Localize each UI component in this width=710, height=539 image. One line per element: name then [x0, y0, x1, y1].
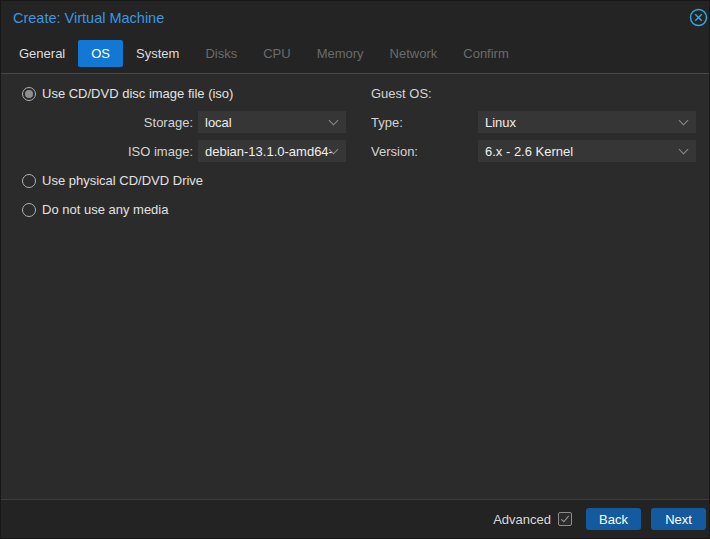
- iso-image-label: ISO image:: [11, 144, 193, 159]
- guest-os-heading: Guest OS:: [371, 86, 701, 101]
- tab-memory: Memory: [304, 40, 377, 67]
- back-button[interactable]: Back: [586, 508, 641, 530]
- advanced-checkbox[interactable]: [558, 512, 572, 526]
- os-type-select[interactable]: Linux: [478, 111, 696, 133]
- tab-cpu: CPU: [250, 40, 303, 67]
- os-type-value: Linux: [485, 115, 516, 130]
- tab-os[interactable]: OS: [78, 40, 123, 67]
- tab-network: Network: [377, 40, 451, 67]
- storage-label: Storage:: [11, 115, 193, 130]
- radio-use-physical-label: Use physical CD/DVD Drive: [42, 173, 203, 188]
- tab-general[interactable]: General: [6, 40, 78, 67]
- advanced-label: Advanced: [493, 512, 551, 527]
- tab-bar: General OS System Disks CPU Memory Netwo…: [1, 34, 709, 74]
- iso-image-value: debian-13.1.0-amd64-: [205, 144, 333, 159]
- dialog-title: Create: Virtual Machine: [13, 10, 164, 26]
- storage-select[interactable]: local: [198, 111, 346, 133]
- dialog-content: Use CD/DVD disc image file (iso) Storage…: [1, 74, 709, 499]
- os-version-label: Version:: [371, 144, 473, 159]
- tab-disks: Disks: [192, 40, 250, 67]
- iso-image-select[interactable]: debian-13.1.0-amd64-: [198, 140, 346, 162]
- tab-system[interactable]: System: [123, 40, 192, 67]
- checkmark-icon: [561, 514, 569, 523]
- radio-no-media[interactable]: Do not use any media: [11, 202, 356, 217]
- storage-field-row: Storage: local: [11, 111, 356, 133]
- storage-value: local: [205, 115, 232, 130]
- chevron-down-icon: [679, 145, 689, 155]
- chevron-down-icon: [329, 116, 339, 126]
- chevron-down-icon: [679, 116, 689, 126]
- radio-no-media-label: Do not use any media: [42, 202, 168, 217]
- radio-selected-icon[interactable]: [22, 87, 36, 101]
- dialog-footer: Advanced Back Next: [1, 499, 709, 538]
- close-icon[interactable]: [688, 7, 708, 27]
- radio-use-iso[interactable]: Use CD/DVD disc image file (iso): [11, 86, 356, 101]
- tab-confirm: Confirm: [450, 40, 522, 67]
- radio-unselected-icon[interactable]: [22, 203, 36, 217]
- radio-use-iso-label: Use CD/DVD disc image file (iso): [42, 86, 233, 101]
- os-version-value: 6.x - 2.6 Kernel: [485, 144, 573, 159]
- iso-image-field-row: ISO image: debian-13.1.0-amd64-: [11, 140, 356, 162]
- radio-unselected-icon[interactable]: [22, 174, 36, 188]
- radio-use-physical[interactable]: Use physical CD/DVD Drive: [11, 173, 356, 188]
- os-type-label: Type:: [371, 115, 473, 130]
- next-button[interactable]: Next: [651, 508, 706, 530]
- media-column: Use CD/DVD disc image file (iso) Storage…: [11, 86, 356, 227]
- guest-os-column: Guest OS: Type: Linux Version: 6.x - 2.6…: [371, 86, 701, 169]
- os-version-select[interactable]: 6.x - 2.6 Kernel: [478, 140, 696, 162]
- os-version-field-row: Version: 6.x - 2.6 Kernel: [371, 140, 701, 162]
- os-type-field-row: Type: Linux: [371, 111, 701, 133]
- create-vm-dialog: Create: Virtual Machine General OS Syste…: [0, 0, 710, 539]
- dialog-titlebar[interactable]: Create: Virtual Machine: [1, 1, 709, 34]
